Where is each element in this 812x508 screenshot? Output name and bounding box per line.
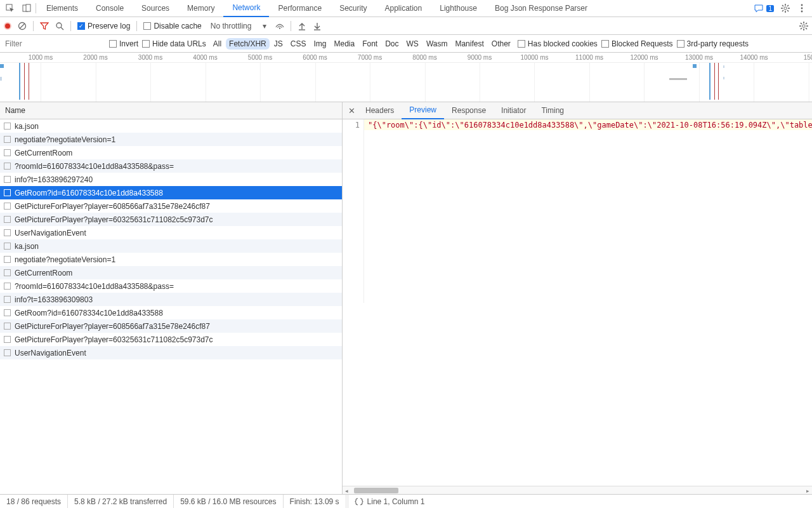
- network-settings-gear-icon[interactable]: [799, 22, 808, 30]
- svg-rect-2: [26, 4, 30, 11]
- top-tab-performance[interactable]: Performance: [269, 0, 331, 17]
- request-row[interactable]: ka.json: [0, 239, 342, 253]
- disable-cache-checkbox[interactable]: Disable cache: [143, 22, 201, 30]
- file-icon: [4, 323, 11, 330]
- status-bar: 18 / 86 requests 5.8 kB / 27.2 kB transf…: [0, 494, 812, 508]
- device-toggle-icon[interactable]: [22, 3, 32, 13]
- filter-type-media[interactable]: Media: [331, 38, 358, 50]
- request-row[interactable]: info?t=1633896309803: [0, 293, 342, 306]
- hide-data-urls-checkbox[interactable]: Hide data URLs: [142, 39, 206, 48]
- file-icon: [4, 189, 11, 196]
- file-icon: [4, 229, 11, 236]
- network-conditions-icon[interactable]: [275, 22, 284, 30]
- scroll-left-icon[interactable]: ◂: [343, 486, 351, 494]
- detail-tab-response[interactable]: Response: [444, 102, 494, 119]
- preserve-log-checkbox[interactable]: ✓ Preserve log: [77, 22, 130, 30]
- close-icon[interactable]: ✕: [345, 104, 358, 117]
- detail-tab-initiator[interactable]: Initiator: [494, 102, 534, 119]
- request-row[interactable]: ?roomId=616078334c10e1dd8a433588&pass=: [0, 279, 342, 293]
- request-name: GetPictureForPlayer?player=608566af7a315…: [15, 322, 210, 331]
- separator: [70, 21, 71, 31]
- scroll-thumb[interactable]: [354, 488, 398, 493]
- filter-type-font[interactable]: Font: [359, 38, 381, 50]
- top-tab-elements[interactable]: Elements: [37, 0, 87, 17]
- timeline-tick: 12000 ms: [631, 54, 658, 61]
- request-row[interactable]: GetCurrentRoom: [0, 266, 342, 279]
- request-row[interactable]: info?t=1633896297240: [0, 173, 342, 186]
- third-party-checkbox[interactable]: 3rd-party requests: [677, 39, 749, 48]
- top-tab-application[interactable]: Application: [376, 0, 431, 17]
- request-row[interactable]: ka.json: [0, 119, 342, 133]
- throttling-dropdown-icon[interactable]: ▾: [260, 22, 269, 30]
- svg-line-18: [61, 27, 63, 30]
- tl-marker: [24, 63, 25, 100]
- filter-type-other[interactable]: Other: [488, 38, 514, 50]
- filter-type-doc[interactable]: Doc: [382, 38, 402, 50]
- settings-gear-icon[interactable]: [780, 3, 790, 13]
- preview-body: 1 "{\"room\":{\"id\":\"616078334c10e1dd8…: [343, 119, 812, 303]
- svg-point-19: [279, 27, 280, 29]
- disable-cache-label: Disable cache: [154, 22, 201, 30]
- request-row[interactable]: GetPictureForPlayer?player=608566af7a315…: [0, 199, 342, 213]
- preview-content[interactable]: "{\"room\":{\"id\":\"616078334c10e1dd8a4…: [364, 119, 812, 130]
- request-row[interactable]: GetPictureForPlayer?player=60325631c7110…: [0, 213, 342, 226]
- filter-type-css[interactable]: CSS: [287, 38, 310, 50]
- filter-type-manifest[interactable]: Manifest: [452, 38, 487, 50]
- filter-type-fetchxhr[interactable]: Fetch/XHR: [226, 38, 270, 50]
- request-row[interactable]: GetCurrentRoom: [0, 146, 342, 159]
- detail-tab-preview[interactable]: Preview: [402, 102, 444, 119]
- request-row[interactable]: GetRoom?id=616078334c10e1dd8a433588: [0, 306, 342, 319]
- filter-type-all[interactable]: All: [210, 38, 225, 50]
- tl-activity: [693, 64, 697, 68]
- filter-icon[interactable]: [40, 22, 49, 30]
- top-tab-security[interactable]: Security: [331, 0, 376, 17]
- request-list-pane: Name ka.jsonnegotiate?negotiateVersion=1…: [0, 102, 343, 494]
- detail-tab-timing[interactable]: Timing: [534, 102, 572, 119]
- download-har-icon[interactable]: [313, 22, 322, 30]
- tl-marker: [19, 63, 20, 100]
- invert-checkbox[interactable]: Invert: [109, 39, 138, 48]
- filter-type-wasm[interactable]: Wasm: [423, 38, 451, 50]
- request-row[interactable]: negotiate?negotiateVersion=1: [0, 133, 342, 146]
- top-tab-lighthouse[interactable]: Lighthouse: [431, 0, 486, 17]
- top-tab-memory[interactable]: Memory: [178, 0, 223, 17]
- request-name: GetPictureForPlayer?player=60325631c7110…: [15, 335, 213, 344]
- top-tab-network[interactable]: Network: [223, 0, 269, 17]
- inspect-icon[interactable]: [5, 3, 15, 13]
- request-row[interactable]: GetRoom?id=616078334c10e1dd8a433588: [0, 186, 342, 199]
- has-blocked-cookies-checkbox[interactable]: Has blocked cookies: [518, 39, 598, 48]
- request-row[interactable]: negotiate?negotiateVersion=1: [0, 253, 342, 266]
- timeline-tick: 5000 ms: [248, 54, 272, 61]
- filter-type-js[interactable]: JS: [271, 38, 286, 50]
- upload-har-icon[interactable]: [298, 22, 306, 30]
- kebab-menu-icon[interactable]: [797, 3, 807, 13]
- messages-badge[interactable]: 1: [766, 5, 774, 12]
- top-tab-bog-json-response-parser[interactable]: Bog Json Response Parser: [486, 0, 596, 17]
- request-row[interactable]: ?roomId=616078334c10e1dd8a433588&pass=: [0, 159, 342, 173]
- messages-icon[interactable]: [754, 3, 764, 13]
- request-row[interactable]: GetPictureForPlayer?player=608566af7a315…: [0, 319, 342, 333]
- top-tab-console[interactable]: Console: [87, 0, 133, 17]
- record-button[interactable]: [4, 22, 11, 30]
- braces-icon[interactable]: [355, 498, 363, 505]
- horizontal-scrollbar[interactable]: ◂ ▸: [343, 486, 812, 494]
- blocked-requests-checkbox[interactable]: Blocked Requests: [601, 39, 673, 48]
- request-row[interactable]: GetPictureForPlayer?player=60325631c7110…: [0, 333, 342, 346]
- filter-type-ws[interactable]: WS: [403, 38, 422, 50]
- network-timeline[interactable]: 1000 ms2000 ms3000 ms4000 ms5000 ms6000 …: [0, 53, 812, 102]
- scroll-right-icon[interactable]: ▸: [804, 486, 812, 494]
- search-icon[interactable]: [55, 22, 64, 30]
- status-requests: 18 / 86 requests: [0, 495, 68, 508]
- filter-type-img[interactable]: Img: [310, 38, 329, 50]
- file-icon: [4, 176, 11, 183]
- request-row[interactable]: UserNavigationEvent: [0, 346, 342, 359]
- detail-tab-headers[interactable]: Headers: [358, 102, 402, 119]
- throttling-select[interactable]: No throttling: [208, 20, 254, 32]
- svg-line-27: [801, 23, 802, 24]
- name-column-header[interactable]: Name: [0, 102, 342, 119]
- filter-input[interactable]: [4, 37, 105, 50]
- request-row[interactable]: UserNavigationEvent: [0, 226, 342, 239]
- clear-icon[interactable]: [18, 22, 27, 30]
- request-name: GetRoom?id=616078334c10e1dd8a433588: [15, 189, 163, 197]
- top-tab-sources[interactable]: Sources: [133, 0, 178, 17]
